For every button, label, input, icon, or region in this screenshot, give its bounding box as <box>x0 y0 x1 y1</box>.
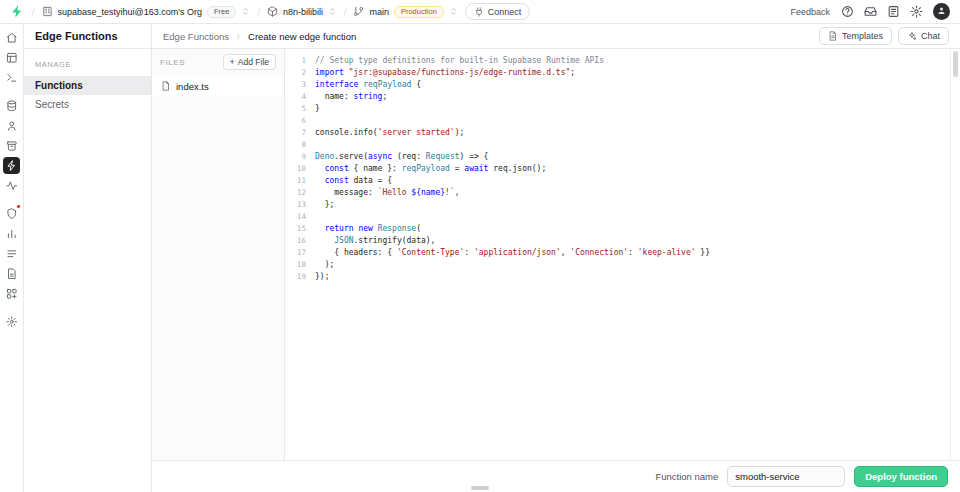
sidebar-items: FunctionsSecrets <box>24 76 151 114</box>
notification-dot <box>16 204 21 209</box>
function-name-input[interactable] <box>727 466 845 487</box>
nav-home-icon[interactable] <box>3 29 20 46</box>
code-line[interactable]: 10 const { name }: reqPayload = await re… <box>285 162 960 174</box>
nav-auth-icon[interactable] <box>3 117 20 134</box>
project-icon <box>267 6 278 17</box>
chevrons-up-down-icon[interactable] <box>328 7 337 16</box>
deploy-function-button[interactable]: Deploy function <box>854 466 948 487</box>
body-row: Edge Functions MANAGE FunctionsSecrets E… <box>0 24 960 492</box>
plug-icon <box>474 7 484 17</box>
org-name: supabase_testyihui@163.com's Org <box>58 7 202 17</box>
page-header: Edge Functions Create new edge function … <box>152 24 960 49</box>
templates-button[interactable]: Templates <box>819 27 892 45</box>
line-content: message: `Hello ${name}!`, <box>315 188 460 197</box>
nav-settings-icon[interactable] <box>3 313 20 330</box>
deploy-bar: Function name Deploy function <box>152 460 960 492</box>
code-line[interactable]: 14 <box>285 210 960 222</box>
nav-reports-icon[interactable] <box>3 225 20 242</box>
line-number: 3 <box>285 80 315 89</box>
files-title: FILES <box>160 58 185 67</box>
editor-scrollbar[interactable] <box>950 49 960 460</box>
avatar[interactable] <box>933 3 950 20</box>
line-content: const data = { <box>315 176 392 185</box>
code-line[interactable]: 18 ); <box>285 258 960 270</box>
line-number: 18 <box>285 260 315 269</box>
code-line[interactable]: 1// Setup type definitions for built-in … <box>285 54 960 66</box>
line-content: }; <box>315 200 334 209</box>
line-content: Deno.serve(async (req: Request) => { <box>315 152 488 161</box>
nav-advisors-icon[interactable] <box>3 205 20 222</box>
line-number: 9 <box>285 152 315 161</box>
nav-storage-icon[interactable] <box>3 137 20 154</box>
code-editor[interactable]: 1// Setup type definitions for built-in … <box>285 49 960 460</box>
nav-sql-editor-icon[interactable] <box>3 69 20 86</box>
code-line[interactable]: 13 }; <box>285 198 960 210</box>
line-number: 10 <box>285 164 315 173</box>
breadcrumb-parent[interactable]: Edge Functions <box>163 31 229 42</box>
code-line[interactable]: 12 message: `Hello ${name}!`, <box>285 186 960 198</box>
feedback-button[interactable]: Feedback <box>790 7 830 17</box>
code-line[interactable]: 4 name: string; <box>285 90 960 102</box>
line-content: JSON.stringify(data), <box>315 236 435 245</box>
code-line[interactable]: 9Deno.serve(async (req: Request) => { <box>285 150 960 162</box>
nav-api-docs-icon[interactable] <box>3 265 20 282</box>
ai-sparkle-icon <box>907 31 917 41</box>
chat-button[interactable]: Chat <box>898 27 949 45</box>
line-content: import "jsr:@supabase/functions-js/edge-… <box>315 68 575 77</box>
sidebar-item-secrets[interactable]: Secrets <box>24 95 151 114</box>
chevrons-up-down-icon[interactable] <box>449 7 458 16</box>
nav-database-icon[interactable] <box>3 97 20 114</box>
code-line[interactable]: 16 JSON.stringify(data), <box>285 234 960 246</box>
code-line[interactable]: 8 <box>285 138 960 150</box>
file-list: index.ts <box>152 75 284 97</box>
help-icon[interactable] <box>840 5 854 19</box>
top-header: supabase_testyihui@163.com's Org Free n8… <box>0 0 960 24</box>
code-line[interactable]: 11 const data = { <box>285 174 960 186</box>
add-file-label: Add File <box>238 57 269 67</box>
line-number: 7 <box>285 128 315 137</box>
org-switcher[interactable]: supabase_testyihui@163.com's Org Free <box>42 6 251 18</box>
code-line[interactable]: 3interface reqPayload { <box>285 78 960 90</box>
supabase-logo-icon <box>10 4 25 19</box>
add-file-button[interactable]: + Add File <box>223 54 276 70</box>
code-line[interactable]: 2import "jsr:@supabase/functions-js/edge… <box>285 66 960 78</box>
nav-edge-functions-icon[interactable] <box>3 157 20 174</box>
chat-label: Chat <box>921 31 940 41</box>
file-name: index.ts <box>176 81 209 92</box>
line-number: 13 <box>285 200 315 209</box>
line-content: const { name }: reqPayload = await req.j… <box>315 164 546 173</box>
line-content: // Setup type definitions for built-in S… <box>315 56 604 65</box>
inbox-icon[interactable] <box>863 5 877 19</box>
line-number: 5 <box>285 104 315 113</box>
changelog-icon[interactable] <box>886 5 900 19</box>
line-content: ); <box>315 260 334 269</box>
settings-icon[interactable] <box>909 5 923 19</box>
sidebar-item-functions[interactable]: Functions <box>24 76 151 95</box>
code-line[interactable]: 7console.info('server started'); <box>285 126 960 138</box>
branch-switcher[interactable]: main Production <box>353 6 457 18</box>
code-line[interactable]: 17 { headers: { 'Content-Type': 'applica… <box>285 246 960 258</box>
nav-logs-icon[interactable] <box>3 245 20 262</box>
function-name-label: Function name <box>655 471 718 482</box>
line-content: name: string; <box>315 92 387 101</box>
nav-realtime-icon[interactable] <box>3 177 20 194</box>
code-line[interactable]: 6 <box>285 114 960 126</box>
project-switcher[interactable]: n8n-bilibili <box>267 6 337 17</box>
code-line[interactable]: 5} <box>285 102 960 114</box>
nav-integrations-icon[interactable] <box>3 285 20 302</box>
sidebar-title: Edge Functions <box>24 24 151 49</box>
code-line[interactable]: 19}); <box>285 270 960 282</box>
line-number: 2 <box>285 68 315 77</box>
code-line[interactable]: 15 return new Response( <box>285 222 960 234</box>
main-content: Edge Functions Create new edge function … <box>152 24 960 492</box>
supabase-logo[interactable] <box>10 4 25 19</box>
connect-button[interactable]: Connect <box>465 3 531 20</box>
chevrons-up-down-icon[interactable] <box>241 7 250 16</box>
scrollbar-thumb[interactable] <box>953 51 958 77</box>
resize-handle[interactable] <box>471 486 489 490</box>
breadcrumb: Edge Functions Create new edge function <box>163 31 356 42</box>
file-item[interactable]: index.ts <box>152 75 284 97</box>
line-number: 12 <box>285 188 315 197</box>
line-content: console.info('server started'); <box>315 128 464 137</box>
nav-table-editor-icon[interactable] <box>3 49 20 66</box>
